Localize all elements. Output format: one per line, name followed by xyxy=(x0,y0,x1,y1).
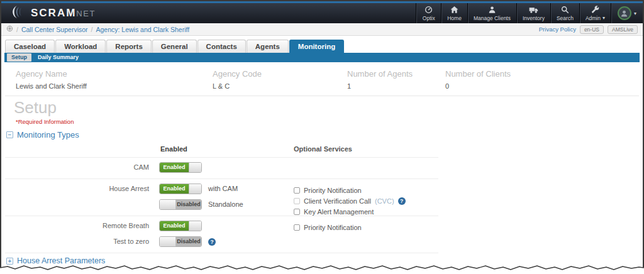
breadcrumb-bar: / Call Center Supervisor / Agency: Lewis… xyxy=(0,23,644,36)
tab-monitoring[interactable]: Monitoring xyxy=(289,40,344,53)
nav-label: Manage Clients xyxy=(474,15,511,21)
priority-notification-checkbox[interactable] xyxy=(294,187,300,194)
nav-label: Inventory xyxy=(523,15,545,21)
collapse-minus-icon[interactable]: − xyxy=(6,131,13,138)
agency-code-field: Agency Code L & C xyxy=(213,69,347,90)
help-icon[interactable]: ? xyxy=(208,238,216,246)
toggle-state: Disabled xyxy=(176,237,201,246)
enabled-column-header: Enabled xyxy=(160,145,187,153)
field-label: Agency Code xyxy=(213,69,347,79)
test-to-zero-label: Test to zero xyxy=(0,238,149,245)
chevron-down-icon: ▾ xyxy=(602,15,605,21)
breadcrumb-separator: / xyxy=(16,26,18,33)
app-header: SCRAM NET Optix Home xyxy=(0,3,644,23)
house-arrest-row: House Arrest Enabled with CAM Disabled S… xyxy=(0,182,644,216)
house-arrest-label: House Arrest xyxy=(0,185,149,192)
user-menu[interactable]: ▾ xyxy=(611,3,644,23)
gauge-icon xyxy=(425,6,433,14)
required-note: *Required Information xyxy=(16,118,644,125)
cam-toggle[interactable]: Enabled xyxy=(159,162,202,173)
divider xyxy=(5,178,438,179)
monitoring-types-section-header[interactable]: − Monitoring Types xyxy=(6,130,644,140)
option-label: Client Verification Call xyxy=(304,197,371,205)
dashboard-icon[interactable] xyxy=(6,25,13,33)
breadcrumb-separator: / xyxy=(91,26,93,33)
remote-breath-optional-services: Priority Notification xyxy=(294,224,362,231)
house-arrest-standalone-toggle[interactable]: Disabled xyxy=(159,199,202,210)
number-of-agents-field: Number of Agents 1 xyxy=(347,69,445,90)
toggle-state: Enabled xyxy=(160,221,189,231)
field-label: Number of Clients xyxy=(445,69,511,79)
section-label: Monitoring Types xyxy=(17,130,79,140)
toggle-knob xyxy=(189,184,201,194)
toggle-state: Disabled xyxy=(176,200,201,209)
tab-contacts[interactable]: Contacts xyxy=(197,40,246,53)
tab-caseload[interactable]: Caseload xyxy=(5,40,55,53)
truck-icon xyxy=(529,6,538,14)
nav-label: Search xyxy=(557,15,574,21)
column-headers: Enabled Optional Services xyxy=(0,145,644,153)
divider xyxy=(5,96,639,96)
toggle-state: Enabled xyxy=(160,163,189,172)
nav-item-manage-clients[interactable]: Manage Clients xyxy=(467,3,516,23)
cam-label: CAM xyxy=(0,163,149,171)
locale-badge[interactable]: en-US xyxy=(580,25,604,34)
home-icon xyxy=(450,6,458,14)
option-label: Priority Notification xyxy=(304,224,362,231)
optional-services-column-header: Optional Services xyxy=(294,145,352,153)
search-icon xyxy=(561,6,569,14)
with-cam-note: with CAM xyxy=(208,185,238,192)
option-label: Priority Notification xyxy=(304,187,362,194)
tab-agents[interactable]: Agents xyxy=(247,40,289,53)
priority-notification-checkbox[interactable] xyxy=(294,224,300,231)
remote-breath-toggle[interactable]: Enabled xyxy=(159,221,202,231)
torn-edge-decoration xyxy=(0,261,644,274)
field-value: L & C xyxy=(213,82,347,90)
toggle-knob xyxy=(160,237,176,246)
nav-item-optix[interactable]: Optix xyxy=(416,3,441,23)
tab-reports[interactable]: Reports xyxy=(106,40,151,53)
option-key-alert-management: Key Alert Management xyxy=(294,208,406,216)
environment-badge: AMSLive xyxy=(608,25,638,34)
field-value: Lewis and Clark Sheriff xyxy=(16,82,213,90)
nav-item-search[interactable]: Search xyxy=(550,3,579,23)
nav-label: Home xyxy=(447,15,462,21)
wrench-icon xyxy=(591,6,599,14)
scram-swoosh-icon xyxy=(11,5,31,21)
header-nav: Optix Home Manage Clients xyxy=(416,3,644,23)
toggle-knob xyxy=(189,163,201,172)
key-alert-management-checkbox[interactable] xyxy=(294,209,300,215)
toggle-knob xyxy=(160,200,176,209)
chevron-down-icon: ▾ xyxy=(634,11,636,16)
nav-label: Optix xyxy=(423,15,435,21)
option-label: Key Alert Management xyxy=(304,208,374,216)
subtab-setup[interactable]: Setup xyxy=(7,53,31,62)
help-icon[interactable]: ? xyxy=(398,197,406,205)
option-suffix: (CVC) xyxy=(375,197,394,205)
tab-workload[interactable]: Workload xyxy=(55,40,106,53)
scramnet-app-window: SCRAM NET Optix Home xyxy=(0,0,644,274)
tab-general[interactable]: General xyxy=(152,40,197,53)
house-arrest-with-cam-toggle[interactable]: Enabled xyxy=(159,184,202,194)
avatar xyxy=(618,6,631,20)
subtab-daily-summary[interactable]: Daily Summary xyxy=(33,53,83,62)
option-priority-notification: Priority Notification xyxy=(294,224,362,231)
privacy-policy-link[interactable]: Privacy Policy xyxy=(539,26,576,33)
nav-item-inventory[interactable]: Inventory xyxy=(516,3,550,23)
brand-net: NET xyxy=(76,9,96,18)
scramnet-logo: SCRAM NET xyxy=(11,3,96,23)
toggle-state: Enabled xyxy=(160,184,189,194)
house-arrest-optional-services: Priority Notification Client Verificatio… xyxy=(294,187,406,216)
test-to-zero-toggle[interactable]: Disabled xyxy=(159,236,202,247)
breadcrumb-link-supervisor[interactable]: Call Center Supervisor xyxy=(21,26,88,33)
number-of-clients-field: Number of Clients 0 xyxy=(445,69,511,90)
main-content: Caseload Workload Reports General Contac… xyxy=(0,40,644,274)
brand-scram: SCRAM xyxy=(31,7,76,19)
client-verification-call-checkbox[interactable] xyxy=(294,198,300,204)
nav-item-home[interactable]: Home xyxy=(441,3,467,23)
remote-breath-label: Remote Breath xyxy=(0,222,149,229)
breadcrumb-link-agency[interactable]: Agency: Lewis and Clark Sheriff xyxy=(96,26,189,33)
nav-item-admin[interactable]: Admin ▾ xyxy=(579,3,611,23)
page-title: Setup xyxy=(14,98,644,118)
field-value: 0 xyxy=(445,82,511,90)
